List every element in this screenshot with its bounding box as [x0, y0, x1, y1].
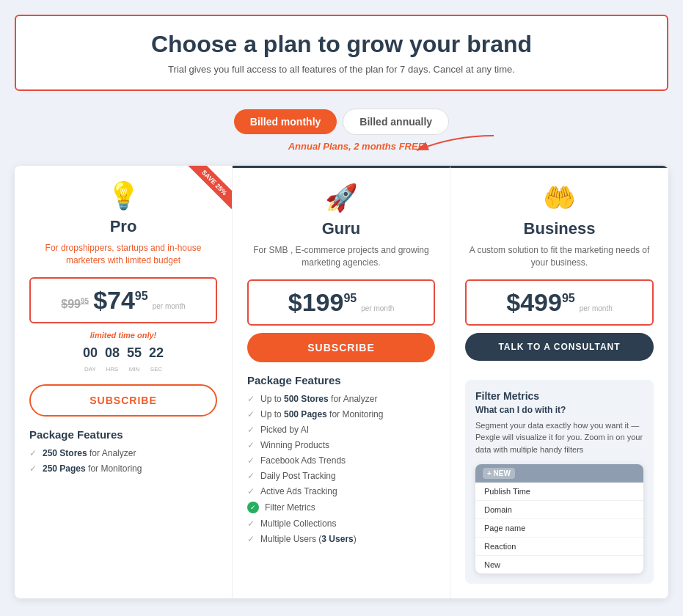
dropdown-item-publish-time[interactable]: Publish Time [475, 483, 643, 501]
guru-feature-9: ✓ Multiple Users (3 Users) [247, 534, 435, 544]
dropdown-item-domain[interactable]: Domain [475, 501, 643, 519]
check-icon: ✓ [247, 518, 255, 529]
annual-note: Annual Plans, 2 months FREE [288, 141, 425, 152]
plan-pro: SAVE 25% 💡 Pro For dropshippers, startup… [15, 166, 233, 598]
business-description: A custom solution to fit the marketing n… [465, 244, 654, 269]
hero-banner: Choose a plan to grow your brand Trial g… [15, 15, 668, 91]
pro-features-title: Package Features [29, 428, 217, 441]
pro-description: For dropshippers, startups and in-house … [29, 242, 217, 267]
hero-subtitle: Trial gives you full access to all featu… [38, 64, 645, 75]
guru-feature-7: ✓ Active Ads Tracking [247, 486, 435, 496]
business-cta-button[interactable]: TALK TO A CONSULTANT [465, 333, 654, 361]
filter-metrics-box: Filter Metrics What can I do with it? Se… [465, 380, 654, 584]
dropdown-item-page-name[interactable]: Page name [475, 519, 643, 538]
pro-price-box: $9995 $7495 per month [29, 277, 217, 323]
check-icon: ✓ [247, 534, 255, 544]
check-icon: ✓ [29, 463, 37, 474]
hero-title: Choose a plan to grow your brand [38, 31, 645, 58]
save-badge: SAVE 25% [188, 166, 232, 209]
new-button[interactable]: + NEW [483, 468, 515, 479]
billing-annually-button[interactable]: Billed annually [343, 109, 449, 135]
guru-name: Guru [247, 219, 435, 238]
countdown-days: 00 DAY [83, 345, 98, 374]
dropdown-item-new[interactable]: New [475, 556, 643, 573]
billing-monthly-button[interactable]: Billed monthly [234, 109, 337, 134]
pro-price-old: $9995 [61, 297, 89, 311]
guru-price-box: $19995 per month [247, 279, 435, 326]
guru-price: $19995 [288, 288, 357, 317]
guru-subscribe-button[interactable]: SUBSCRIBE [247, 333, 435, 362]
dropdown-header: + NEW [475, 464, 643, 483]
business-price: $49995 [506, 288, 574, 317]
check-icon-green: ✓ [247, 502, 259, 513]
pro-feature-1: ✓ 250 Stores for Analyzer [29, 448, 217, 458]
dropdown-item-reaction[interactable]: Reaction [475, 538, 643, 556]
save-badge-wrapper: SAVE 25% [180, 166, 232, 217]
guru-feature-2: ✓ Up to 500 Pages for Monitoring [247, 409, 435, 419]
countdown-hours: 08 HRS [105, 345, 120, 374]
business-price-box: $49995 per month [465, 279, 654, 326]
countdown-seconds: 22 SEC [149, 345, 164, 374]
check-icon: ✓ [247, 455, 255, 466]
guru-feature-5: ✓ Facebook Ads Trends [247, 455, 435, 466]
pro-name: Pro [29, 217, 217, 236]
guru-description: For SMB , E-commerce projects and growin… [247, 244, 435, 269]
pro-subscribe-button[interactable]: SUBSCRIBE [29, 384, 217, 417]
filter-metrics-question: What can I do with it? [475, 405, 643, 415]
guru-features-title: Package Features [247, 374, 435, 386]
countdown-minutes: 55 MIN [127, 345, 142, 374]
check-icon: ✓ [247, 409, 255, 419]
page-wrapper: Choose a plan to grow your brand Trial g… [15, 15, 668, 598]
guru-feature-1: ✓ Up to 500 Stores for Analyzer [247, 394, 435, 404]
check-icon: ✓ [247, 394, 255, 404]
guru-feature-6: ✓ Daily Post Tracking [247, 471, 435, 481]
billing-section: Billed monthly Billed annually Annual Pl… [15, 109, 668, 153]
filter-metrics-title: Filter Metrics [475, 390, 643, 402]
annual-note-wrapper: Annual Plans, 2 months FREE [15, 139, 668, 153]
guru-icon: 🚀 [247, 183, 435, 213]
guru-price-period: per month [361, 304, 394, 313]
guru-feature-4: ✓ Winning Products [247, 440, 435, 450]
business-price-period: per month [580, 304, 613, 313]
plans-grid: SAVE 25% 💡 Pro For dropshippers, startup… [15, 166, 668, 598]
check-icon: ✓ [247, 425, 255, 435]
billing-toggle: Billed monthly Billed annually [15, 109, 668, 135]
check-icon: ✓ [247, 471, 255, 481]
plan-guru: 🚀 Guru For SMB , E-commerce projects and… [233, 166, 450, 598]
countdown-timer: 00 DAY 08 HRS 55 MIN 22 SEC [29, 345, 217, 374]
guru-feature-filter: ✓ Filter Metrics [247, 502, 435, 513]
business-name: Business [465, 219, 654, 238]
check-icon: ✓ [29, 448, 37, 458]
pro-feature-2: ✓ 250 Pages for Monitoring [29, 463, 217, 474]
business-icon: 🤲 [465, 183, 654, 213]
pro-price-new: $7495 [93, 286, 148, 315]
pro-price-period: per month [153, 302, 186, 311]
guru-feature-3: ✓ Picked by AI [247, 425, 435, 435]
filter-metrics-description: Segment your data exactly how you want i… [475, 419, 643, 456]
filter-dropdown: + NEW Publish Time Domain Page name Reac… [475, 464, 643, 573]
limited-time-label: limited time only! [29, 331, 217, 340]
check-icon: ✓ [247, 440, 255, 450]
plan-business: 🤲 Business A custom solution to fit the … [450, 166, 668, 598]
guru-feature-8: ✓ Multiple Collections [247, 518, 435, 529]
arrow-container: Annual Plans, 2 months FREE [274, 139, 410, 153]
check-icon: ✓ [247, 486, 255, 496]
